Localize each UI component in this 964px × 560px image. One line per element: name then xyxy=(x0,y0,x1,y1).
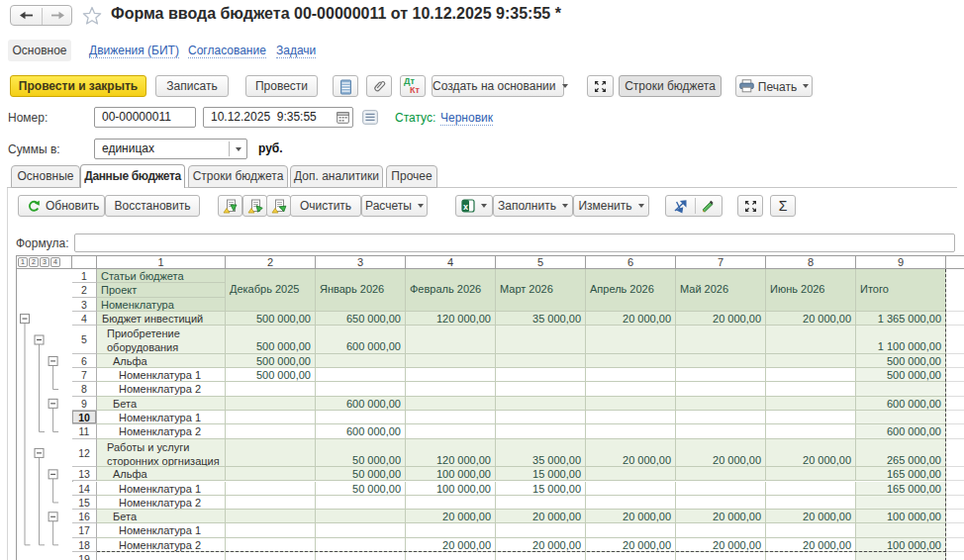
svg-text:x: x xyxy=(463,201,468,211)
